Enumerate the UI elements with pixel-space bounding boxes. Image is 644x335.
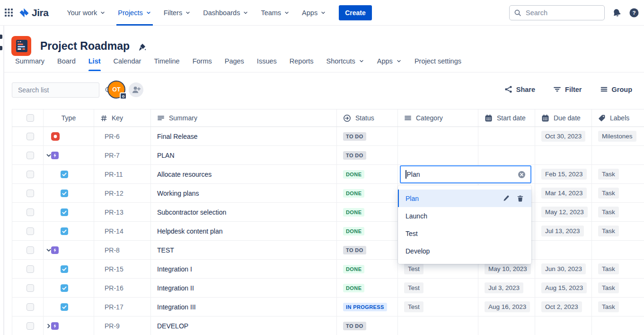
table-row[interactable]: PR-16Integration IIDONETestJul 3, 2023Au… [12,279,644,298]
nav-item-teams[interactable]: Teams [255,0,296,26]
row-checkbox[interactable] [26,152,34,159]
status-badge[interactable]: TO DO [343,132,366,141]
due-date-pill[interactable]: Feb 15, 2023 [541,169,587,180]
column-header-select-all[interactable] [12,109,44,127]
table-row[interactable]: PR-13Subcontractor selectionDONEMay 12, … [12,203,644,222]
labels-cell[interactable]: Task [592,184,644,202]
status-badge[interactable]: DONE [343,227,364,235]
tab-apps[interactable]: Apps [377,57,402,71]
start-date-cell[interactable]: Aug 16, 2023 [478,298,535,316]
start-date-pill[interactable]: Jul 3, 2023 [485,282,523,293]
labels-cell[interactable]: Task [592,222,644,240]
category-pill[interactable]: Test [404,263,423,274]
issue-summary-cell[interactable]: Integration I [151,260,337,278]
list-search[interactable] [12,82,99,98]
nav-item-projects[interactable]: Projects [112,0,157,26]
category-option-plan[interactable]: Plan [398,190,531,207]
label-pill[interactable]: Task [598,226,619,236]
column-header-summary[interactable]: Summary [151,109,337,127]
due-date-pill[interactable]: May 12, 2023 [541,207,588,217]
status-cell[interactable]: DONE [337,184,398,202]
row-checkbox[interactable] [26,133,34,140]
status-cell[interactable]: DONE [337,279,398,297]
tab-summary[interactable]: Summary [15,57,44,71]
tab-calendar[interactable]: Calendar [114,57,141,71]
row-checkbox[interactable] [26,208,34,216]
start-date-cell[interactable] [478,127,535,145]
due-date-cell[interactable] [535,317,592,335]
tab-shortcuts[interactable]: Shortcuts [326,57,364,71]
status-cell[interactable]: TO DO [337,317,398,335]
due-date-pill[interactable]: Oct 2, 2023 [541,301,582,312]
due-date-cell[interactable]: May 12, 2023 [535,203,592,221]
row-checkbox[interactable] [26,284,34,292]
label-pill[interactable]: Task [598,282,619,293]
column-header-category[interactable]: Category [398,109,478,127]
status-cell[interactable]: TO DO [337,241,398,259]
category-cell[interactable] [398,146,478,164]
tab-list[interactable]: List [88,57,101,71]
jira-logo[interactable]: Jira [18,7,48,18]
due-date-pill[interactable]: Oct 30, 2023 [541,131,585,142]
due-date-pill[interactable]: Jul 13, 2023 [541,226,584,236]
row-checkbox[interactable] [26,303,34,311]
status-badge[interactable]: DONE [343,284,364,292]
table-row[interactable]: PR-7PLANTO DO [12,146,644,165]
table-row[interactable]: PR-15Integration IDONETestMay 10, 2023Ju… [12,260,644,279]
due-date-cell[interactable]: Jul 13, 2023 [535,222,592,240]
category-cell[interactable]: Test [398,298,478,316]
table-row[interactable]: PR-12Working plansDONEMar 14, 2023Task [12,184,644,203]
due-date-pill[interactable]: Jun 30, 2023 [541,263,586,274]
due-date-cell[interactable]: Jun 30, 2023 [535,260,592,278]
tab-forms[interactable]: Forms [193,57,212,71]
status-cell[interactable]: DONE [337,222,398,240]
due-date-cell[interactable]: Mar 14, 2023 [535,184,592,202]
nav-item-filters[interactable]: Filters [158,0,197,26]
column-header-start-date[interactable]: Start date [478,109,535,127]
category-cell[interactable] [398,127,478,145]
start-date-pill[interactable]: Aug 16, 2023 [485,301,530,312]
column-header-type[interactable]: Type [44,109,94,127]
due-date-pill[interactable]: Mar 14, 2023 [541,188,587,199]
style-pen-icon[interactable] [138,43,147,52]
share-button[interactable]: Share [504,85,535,93]
global-search-input[interactable] [525,9,600,17]
filter-button[interactable]: Filter [553,85,582,93]
issue-summary-cell[interactable]: Subcontractor selection [151,203,337,221]
due-date-cell[interactable]: Feb 15, 2023 [535,165,592,183]
notifications-bell-icon[interactable] [612,8,622,18]
labels-cell[interactable] [592,241,644,259]
category-edit-field[interactable]: Plan [400,165,531,183]
row-checkbox[interactable] [26,190,34,197]
status-badge[interactable]: DONE [343,170,364,179]
labels-cell[interactable] [592,146,644,164]
labels-cell[interactable]: Task [592,279,644,297]
label-pill[interactable]: Task [598,169,619,180]
tab-timeline[interactable]: Timeline [154,57,179,71]
status-badge[interactable]: TO DO [343,151,366,160]
issue-summary-cell[interactable]: Helpdesk content plan [151,222,337,240]
row-checkbox[interactable] [26,322,34,330]
nav-item-your-work[interactable]: Your work [61,0,112,26]
category-pill[interactable]: Test [404,282,423,293]
status-badge[interactable]: DONE [343,189,364,198]
collapsed-sidebar[interactable] [0,26,4,335]
issue-summary-cell[interactable]: Final Release [151,127,337,145]
table-row[interactable]: PR-8TESTTO DO [12,241,644,260]
row-checkbox[interactable] [26,265,34,273]
table-row[interactable]: PR-6Final ReleaseTO DOOct 30, 2023Milest… [12,127,644,146]
column-header-labels[interactable]: Labels [592,109,644,127]
tab-project-settings[interactable]: Project settings [415,57,461,71]
issue-summary-cell[interactable]: Integration II [151,279,337,297]
label-pill[interactable]: Milestones [598,131,636,142]
row-checkbox[interactable] [26,227,34,235]
issue-summary-cell[interactable]: PLAN [151,146,337,164]
due-date-cell[interactable] [535,241,592,259]
due-date-cell[interactable] [535,146,592,164]
issue-summary-cell[interactable]: Integration III [151,298,337,316]
category-option-develop[interactable]: Develop [398,242,531,260]
tab-issues[interactable]: Issues [257,57,277,71]
issue-summary-cell[interactable]: TEST [151,241,337,259]
status-badge[interactable]: IN PROGRESS [343,303,387,311]
add-person-icon[interactable] [129,82,143,97]
